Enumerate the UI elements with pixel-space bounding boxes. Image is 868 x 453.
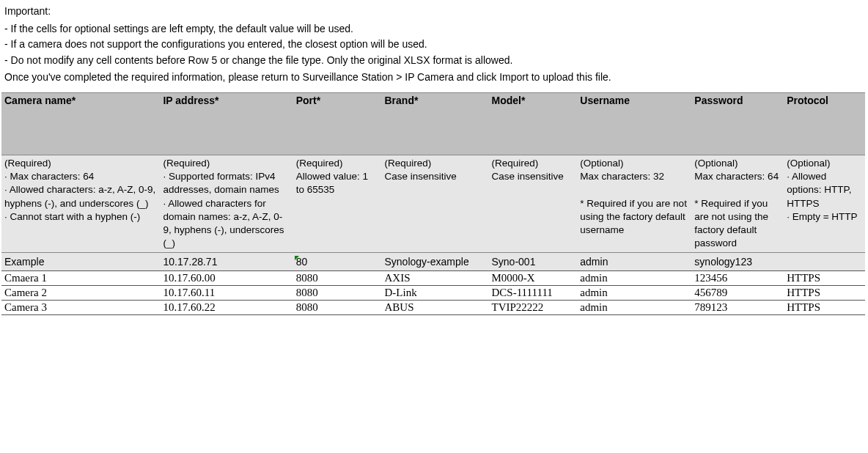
table-row: Camera 3 10.17.60.22 8080 ABUS TVIP22222…	[1, 300, 865, 314]
cell-port[interactable]: 8080	[293, 300, 382, 314]
intro-bullets: - If the cells for optional settings are…	[4, 22, 867, 68]
desc-brand: (Required) Case insensitive	[382, 155, 489, 252]
cell-model[interactable]: DCS-1111111	[488, 285, 577, 300]
cell-camera-name[interactable]: Cmaera 1	[1, 270, 160, 285]
cell-model[interactable]: TVIP22222	[488, 300, 577, 314]
desc-username: (Optional) Max characters: 32 * Required…	[577, 155, 691, 252]
example-username: admin	[577, 252, 691, 270]
example-camera-name: Example	[1, 252, 160, 270]
table-example-row: Example 10.17.28.71 80 Synology-example …	[1, 252, 865, 270]
intro-bullet-1: - If the cells for optional settings are…	[4, 22, 867, 37]
col-header-username: Username	[577, 92, 691, 155]
example-model: Syno-001	[488, 252, 577, 270]
col-header-port: Port*	[293, 92, 382, 155]
example-password: synology123	[691, 252, 784, 270]
example-protocol	[784, 252, 865, 270]
cell-password[interactable]: 789123	[691, 300, 784, 314]
example-port: 80	[293, 252, 382, 270]
cell-username[interactable]: admin	[577, 270, 691, 285]
cell-password[interactable]: 456789	[691, 285, 784, 300]
intro-bullet-3: - Do not modify any cell contents before…	[4, 54, 867, 68]
cell-username[interactable]: admin	[577, 285, 691, 300]
col-header-model: Model*	[488, 92, 577, 155]
col-header-ip: IP address*	[160, 92, 293, 155]
cell-brand[interactable]: D-Link	[382, 285, 489, 300]
example-brand: Synology-example	[382, 252, 489, 270]
cell-port[interactable]: 8080	[293, 270, 382, 285]
cell-protocol[interactable]: HTTPS	[784, 300, 865, 314]
col-header-protocol: Protocol	[784, 92, 865, 155]
cell-password[interactable]: 123456	[691, 270, 784, 285]
cell-protocol[interactable]: HTTPS	[784, 270, 865, 285]
col-header-camera-name: Camera name*	[1, 92, 160, 155]
table-row: Cmaera 1 10.17.60.00 8080 AXIS M0000-X a…	[1, 270, 865, 285]
desc-password: (Optional) Max characters: 64 * Required…	[691, 155, 784, 252]
camera-table: Camera name* IP address* Port* Brand* Mo…	[1, 92, 865, 315]
cell-username[interactable]: admin	[577, 300, 691, 314]
desc-port: (Required) Allowed value: 1 to 65535	[293, 155, 382, 252]
table-description-row: (Required) · Max characters: 64 · Allowe…	[1, 155, 865, 252]
desc-ip: (Required) · Supported formats: IPv4 add…	[160, 155, 293, 252]
cell-camera-name[interactable]: Camera 3	[1, 300, 160, 314]
intro-bullet-2: - If a camera does not support the confi…	[4, 37, 867, 52]
intro-heading: Important:	[4, 4, 867, 19]
intro-block: Important: - If the cells for optional s…	[1, 1, 868, 92]
cell-model[interactable]: M0000-X	[488, 270, 577, 285]
cell-brand[interactable]: AXIS	[382, 270, 489, 285]
desc-protocol: (Optional) · Allowed options: HTTP, HTTP…	[784, 155, 865, 252]
col-header-password: Password	[691, 92, 784, 155]
example-ip: 10.17.28.71	[160, 252, 293, 270]
cell-port[interactable]: 8080	[293, 285, 382, 300]
cell-protocol[interactable]: HTTPS	[784, 285, 865, 300]
table-row: Camera 2 10.17.60.11 8080 D-Link DCS-111…	[1, 285, 865, 300]
intro-footer: Once you've completed the required infor…	[4, 70, 867, 85]
cell-ip[interactable]: 10.17.60.00	[160, 270, 293, 285]
desc-model: (Required) Case insensitive	[488, 155, 577, 252]
desc-camera-name: (Required) · Max characters: 64 · Allowe…	[1, 155, 160, 252]
col-header-brand: Brand*	[382, 92, 489, 155]
cell-ip[interactable]: 10.17.60.22	[160, 300, 293, 314]
cell-brand[interactable]: ABUS	[382, 300, 489, 314]
cell-ip[interactable]: 10.17.60.11	[160, 285, 293, 300]
cell-camera-name[interactable]: Camera 2	[1, 285, 160, 300]
table-header-row: Camera name* IP address* Port* Brand* Mo…	[1, 92, 865, 155]
